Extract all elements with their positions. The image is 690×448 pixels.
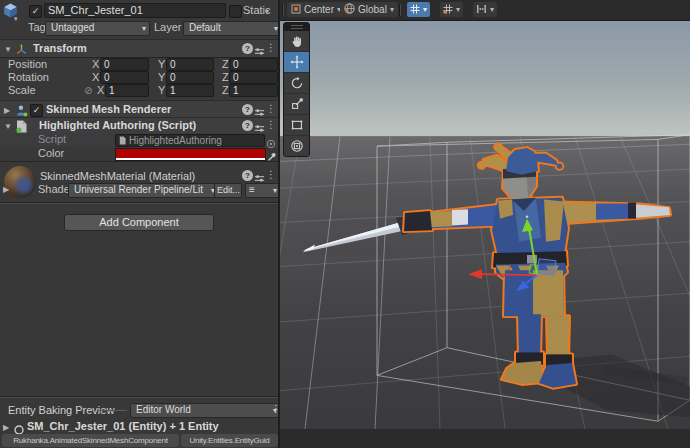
layer-label: Layer [154,21,182,34]
color-label: Color [38,147,64,160]
divider-highlight [0,203,278,204]
script-label: Script [38,133,66,146]
snap-increment-button[interactable]: ▾ [473,2,497,17]
baking-world-dropdown[interactable]: Editor World▾ [130,403,278,418]
gameobject-active-checkbox[interactable]: ✓ [29,5,42,18]
scale-z-field[interactable]: 1 [229,84,278,97]
pivot-mode-button[interactable]: Center ▾ [287,2,345,17]
ha-menu-icon[interactable]: ⋮ [266,119,276,131]
ha-title: Highlighted Authoring (Script) [39,119,196,132]
axis-z-label: Z [222,58,229,71]
script-property-row: Script HighlightedAuthoring [0,133,278,147]
rotation-z-field[interactable]: 0 [229,71,278,84]
static-dropdown-arrow[interactable]: ▾ [265,7,269,17]
move-icon [290,55,304,69]
rect-tool-button[interactable] [284,115,309,136]
scale-y-field[interactable]: 1 [166,84,214,97]
scale-icon [290,97,304,111]
position-x-field[interactable]: 0 [100,58,149,71]
rotate-tool-button[interactable] [284,73,309,94]
transform-combined-icon [290,139,304,153]
transform-foldout[interactable]: ▼ [4,45,12,55]
hamburger-icon: ≡ [249,184,255,195]
smr-help-icon[interactable]: ? [242,104,253,115]
rotation-label: Rotation [8,71,49,84]
rect-icon [290,118,304,132]
material-foldout[interactable]: ▶ [3,185,9,195]
layer-dropdown[interactable]: Default▾ [183,21,278,36]
grid-visibility-toggle[interactable]: ▾ [407,2,430,17]
view-tool-button[interactable] [284,31,309,52]
smr-enabled-checkbox[interactable]: ✓ [30,104,43,117]
position-z-field[interactable]: 0 [229,58,278,71]
grid-snap-dropdown-arrow[interactable]: ▾ [456,5,460,15]
component-chip: Unity.Entities.EntityGuid [181,434,278,447]
orientation-button[interactable]: Global ▾ [340,2,398,17]
component-chip: Rukhanka.AnimatedSkinnedMeshComponent [2,434,179,447]
grid-snap-icon [443,4,453,16]
scale-link-icon[interactable]: ⊘ [84,84,92,97]
shader-dropdown[interactable]: Universal Render Pipeline/Lit▾ [68,183,219,198]
tag-dropdown-arrow: ▾ [142,22,146,35]
smr-title: Skinned Mesh Renderer [46,103,171,116]
material-options-button[interactable]: ≡▾ [245,183,278,198]
unity-editor-window: ▾ ✓ SM_Chr_Jester_01 Static ▾ Tag Untagg… [0,0,690,448]
globe-icon [344,3,355,16]
axis-x-label: X [92,58,99,71]
rotation-y-field[interactable]: 0 [166,71,214,84]
inspector-panel: ▾ ✓ SM_Chr_Jester_01 Static ▾ Tag Untagg… [0,0,278,448]
add-component-button[interactable]: Add Component [64,214,214,231]
gameobject-name-field[interactable]: SM_Chr_Jester_01 [44,3,226,18]
script-object-field[interactable]: HighlightedAuthoring [115,134,265,147]
scale-label: Scale [8,84,36,97]
eyedropper-icon[interactable] [267,147,278,165]
axis-y-label: Y [158,71,165,84]
toolbar-separator [282,4,284,16]
material-menu-icon[interactable]: ⋮ [266,169,276,181]
transform-menu-icon[interactable]: ⋮ [266,42,276,54]
move-tool-button[interactable] [284,52,309,73]
transform-title: Transform [33,42,87,55]
hand-icon [290,34,304,48]
grid-snapping-button[interactable]: ▾ [440,2,463,17]
axis-z-label: Z [222,71,229,84]
static-checkbox[interactable] [229,5,242,18]
rotation-x-field[interactable]: 0 [100,71,149,84]
snap-increment-icon [476,4,487,16]
grid-icon [410,4,420,16]
gizmo-x-axis [480,274,537,275]
ha-help-icon[interactable]: ? [242,120,253,131]
ha-foldout[interactable]: ▼ [4,122,12,132]
scene-toolbar: Center ▾ Global ▾ ▾ ▾ ▾ [280,0,690,21]
footer-divider-highlight[interactable] [0,397,278,398]
grid-dropdown-arrow[interactable]: ▾ [423,5,427,15]
scene-view[interactable]: Center ▾ Global ▾ ▾ ▾ ▾ [280,0,690,448]
rotate-icon [290,76,304,90]
color-swatch[interactable] [115,148,266,161]
smr-foldout[interactable]: ▶ [4,106,10,116]
overlay-drag-handle[interactable] [284,23,309,31]
position-y-field[interactable]: 0 [166,58,214,71]
orientation-dropdown-arrow: ▾ [390,5,394,15]
material-title: SkinnedMeshMaterial (Material) [40,170,195,183]
position-label: Position [8,58,47,71]
transform-component-header[interactable]: ▼ Transform ? ⋮ [0,39,278,58]
toolbar-separator [399,4,401,16]
scale-x-field[interactable]: 1 [105,84,149,97]
baking-menu-icon[interactable]: ⋮ [271,403,278,415]
entity-foldout[interactable]: ▶ [3,423,9,433]
shader-edit-button[interactable]: Edit... [214,183,242,198]
scale-tool-button[interactable] [284,94,309,115]
gameobject-icon-dropdown-arrow[interactable]: ▾ [14,14,18,24]
transform-tool-button[interactable] [284,136,309,156]
sky [280,20,690,137]
smr-menu-icon[interactable]: ⋮ [266,103,276,115]
tag-dropdown[interactable]: Untagged▾ [45,21,150,36]
snap-increment-dropdown-arrow[interactable]: ▾ [490,5,494,15]
axis-x-label: X [97,84,104,97]
axis-z-label: Z [222,84,229,97]
axis-y-label: Y [158,58,165,71]
material-help-icon[interactable]: ? [242,170,253,181]
transform-help-icon[interactable]: ? [242,43,253,54]
scene-viewport[interactable] [280,20,690,448]
